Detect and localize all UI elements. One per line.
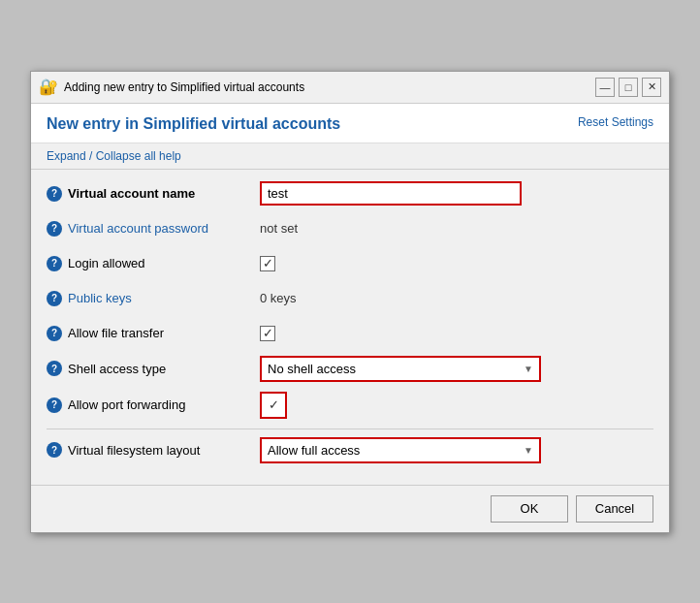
- value-shell-access-type: No shell access Shell access (Windows) C…: [260, 356, 653, 382]
- label-cell-virtual-account-name: ? Virtual account name: [47, 186, 260, 202]
- label-login-allowed: Login allowed: [68, 256, 145, 270]
- help-icon-virtual-account-name[interactable]: ?: [47, 186, 62, 202]
- form-divider: [47, 428, 653, 429]
- label-cell-virtual-account-password: ? Virtual account password: [47, 221, 260, 237]
- form-row-virtual-account-name: ? Virtual account name: [47, 181, 653, 206]
- window-icon: 🔐: [39, 78, 58, 96]
- label-link-public-keys[interactable]: Public keys: [68, 291, 132, 305]
- close-button[interactable]: ✕: [642, 78, 661, 97]
- label-allow-file-transfer: Allow file transfer: [68, 326, 164, 340]
- value-public-keys: 0 keys: [260, 291, 653, 305]
- label-cell-public-keys: ? Public keys: [47, 291, 260, 306]
- label-allow-port-forwarding: Allow port forwarding: [68, 397, 185, 412]
- dialog-title: New entry in Simplified virtual accounts: [47, 115, 340, 133]
- window-title: Adding new entry to Simplified virtual a…: [64, 80, 304, 94]
- label-virtual-account-name: Virtual account name: [68, 186, 195, 201]
- form-row-public-keys: ? Public keys 0 keys: [47, 286, 653, 311]
- login-allowed-checkbox[interactable]: ✓: [260, 256, 275, 271]
- allow-file-transfer-checkmark: ✓: [263, 326, 273, 340]
- main-window: 🔐 Adding new entry to Simplified virtual…: [30, 71, 670, 533]
- value-virtual-filesystem-layout: Allow full access Restrict to home Custo…: [260, 437, 653, 463]
- password-status-text: not set: [260, 221, 298, 236]
- value-virtual-account-name: [260, 181, 653, 206]
- help-icon-public-keys[interactable]: ?: [47, 291, 62, 306]
- header-section: New entry in Simplified virtual accounts…: [31, 104, 669, 143]
- dialog-footer: OK Cancel: [31, 485, 669, 532]
- form-row-login-allowed: ? Login allowed ✓: [47, 251, 653, 276]
- maximize-button[interactable]: □: [619, 78, 638, 97]
- form-row-virtual-filesystem-layout: ? Virtual filesystem layout Allow full a…: [47, 437, 653, 463]
- allow-port-forwarding-checkmark: ✓: [269, 397, 279, 412]
- label-cell-virtual-filesystem-layout: ? Virtual filesystem layout: [47, 442, 260, 458]
- virtual-filesystem-layout-select-wrapper: Allow full access Restrict to home Custo…: [260, 437, 541, 463]
- label-cell-login-allowed: ? Login allowed: [47, 256, 260, 271]
- allow-file-transfer-checkbox[interactable]: ✓: [260, 326, 275, 341]
- ok-button[interactable]: OK: [491, 495, 568, 523]
- label-link-virtual-account-password[interactable]: Virtual account password: [68, 221, 208, 236]
- help-icon-virtual-filesystem-layout[interactable]: ?: [47, 442, 62, 458]
- label-cell-allow-file-transfer: ? Allow file transfer: [47, 326, 260, 341]
- value-allow-port-forwarding: ✓: [260, 392, 653, 419]
- reset-settings-link[interactable]: Reset Settings: [578, 115, 653, 129]
- label-virtual-filesystem-layout: Virtual filesystem layout: [68, 443, 200, 458]
- form-row-virtual-account-password: ? Virtual account password not set: [47, 216, 653, 241]
- help-icon-virtual-account-password[interactable]: ?: [47, 221, 62, 237]
- help-icon-login-allowed[interactable]: ?: [47, 256, 62, 271]
- virtual-account-name-input[interactable]: [260, 181, 522, 206]
- value-login-allowed: ✓: [260, 256, 653, 271]
- label-cell-allow-port-forwarding: ? Allow port forwarding: [47, 397, 260, 413]
- form-row-allow-port-forwarding: ? Allow port forwarding ✓: [47, 392, 653, 419]
- value-allow-file-transfer: ✓: [260, 326, 653, 341]
- shell-access-type-select-wrapper: No shell access Shell access (Windows) C…: [260, 356, 541, 382]
- form-row-shell-access-type: ? Shell access type No shell access Shel…: [47, 356, 653, 382]
- help-icon-allow-port-forwarding[interactable]: ?: [47, 397, 62, 413]
- expand-collapse-link[interactable]: Expand / Collapse all help: [31, 143, 669, 170]
- minimize-button[interactable]: —: [595, 78, 615, 97]
- shell-access-type-select[interactable]: No shell access Shell access (Windows) C…: [260, 356, 541, 382]
- title-bar: 🔐 Adding new entry to Simplified virtual…: [31, 72, 669, 104]
- help-icon-shell-access-type[interactable]: ?: [47, 361, 62, 376]
- public-keys-text: 0 keys: [260, 291, 297, 305]
- title-bar-left: 🔐 Adding new entry to Simplified virtual…: [39, 78, 304, 96]
- allow-port-forwarding-checkbox[interactable]: ✓: [260, 392, 287, 419]
- label-shell-access-type: Shell access type: [68, 362, 166, 376]
- virtual-filesystem-layout-select[interactable]: Allow full access Restrict to home Custo…: [260, 437, 541, 463]
- form-row-allow-file-transfer: ? Allow file transfer ✓: [47, 321, 653, 346]
- label-cell-shell-access-type: ? Shell access type: [47, 361, 260, 376]
- form-section: ? Virtual account name ? Virtual account…: [31, 170, 669, 485]
- login-allowed-checkmark: ✓: [263, 256, 273, 270]
- title-bar-controls: — □ ✕: [595, 78, 661, 97]
- help-icon-allow-file-transfer[interactable]: ?: [47, 326, 62, 341]
- cancel-button[interactable]: Cancel: [576, 495, 653, 523]
- dialog-content: New entry in Simplified virtual accounts…: [31, 104, 669, 532]
- value-virtual-account-password: not set: [260, 221, 653, 236]
